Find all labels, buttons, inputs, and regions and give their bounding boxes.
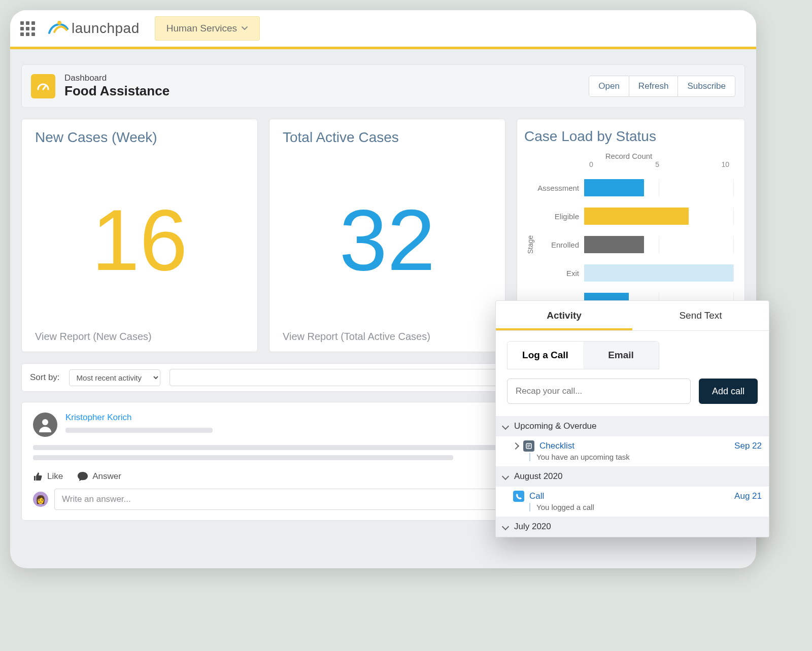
card-value: 16 bbox=[35, 149, 244, 331]
activity-subarea: Log a Call Email Add call bbox=[496, 331, 769, 416]
app-launcher-icon[interactable] bbox=[20, 21, 35, 36]
subtab-log-call[interactable]: Log a Call bbox=[507, 341, 583, 369]
like-label: Like bbox=[47, 471, 63, 482]
card-title: New Cases (Week) bbox=[35, 129, 244, 146]
comment-icon bbox=[77, 471, 88, 482]
chart-tick: 0 bbox=[589, 160, 593, 168]
checklist-icon bbox=[523, 440, 534, 452]
phone-icon bbox=[513, 491, 524, 502]
section-july[interactable]: July 2020 bbox=[496, 517, 769, 537]
chart-row: Enrolled bbox=[524, 230, 733, 259]
card-title: Case Load by Status bbox=[524, 128, 733, 145]
subtab-email[interactable]: Email bbox=[583, 341, 659, 369]
chart-row: Exit bbox=[524, 259, 733, 287]
activity-item-sub: You logged a call bbox=[529, 503, 762, 511]
answer-button[interactable]: Answer bbox=[77, 471, 121, 482]
chart-category-label: Exit bbox=[524, 269, 584, 278]
chart-tick: 10 bbox=[721, 160, 729, 168]
section-title: July 2020 bbox=[514, 522, 551, 532]
tab-activity[interactable]: Activity bbox=[496, 301, 632, 330]
like-button[interactable]: Like bbox=[33, 471, 63, 482]
section-upcoming[interactable]: Upcoming & Overdue bbox=[496, 416, 769, 436]
chart-ticks: 0 5 10 bbox=[589, 160, 729, 168]
chart-category-label: Eligible bbox=[524, 212, 584, 221]
card-total-active: Total Active Cases 32 View Report (Total… bbox=[269, 119, 505, 352]
brand: launchpad bbox=[47, 18, 140, 39]
activity-item-title[interactable]: Call bbox=[529, 491, 544, 501]
chart-bar bbox=[584, 264, 733, 282]
chart-track bbox=[584, 236, 733, 253]
page-header-eyebrow: Dashboard bbox=[64, 73, 170, 83]
chart-area: Stage AssessmentEligibleEnrolledExit bbox=[524, 174, 733, 316]
card-new-cases: New Cases (Week) 16 View Report (New Cas… bbox=[21, 119, 258, 352]
skeleton-line bbox=[65, 428, 213, 433]
activity-top-tabs: Activity Send Text bbox=[496, 301, 769, 330]
chevron-down-icon bbox=[502, 473, 509, 480]
chevron-down-icon bbox=[502, 523, 509, 530]
context-switcher[interactable]: Human Services bbox=[155, 16, 260, 41]
log-call-form: Add call bbox=[507, 379, 758, 404]
activity-panel: Activity Send Text Log a Call Email Add … bbox=[495, 300, 769, 537]
page-title: Food Assistance bbox=[64, 83, 170, 99]
section-title: Upcoming & Overdue bbox=[514, 421, 597, 431]
chart-track bbox=[584, 264, 733, 282]
chart-track bbox=[584, 179, 733, 196]
chart-x-label: Record Count bbox=[524, 152, 733, 160]
view-report-link[interactable]: View Report (Total Active Cases) bbox=[283, 331, 492, 342]
activity-item: Call Aug 21 You logged a call bbox=[496, 487, 769, 517]
thumbs-up-icon bbox=[33, 471, 43, 482]
chart-track bbox=[584, 208, 733, 225]
top-bar: launchpad Human Services bbox=[10, 10, 756, 47]
sort-by-label: Sort by: bbox=[30, 372, 60, 383]
activity-item: Checklist Sep 22 You have an upcoming ta… bbox=[496, 436, 769, 466]
chart-y-label: Stage bbox=[526, 235, 534, 254]
tab-send-text[interactable]: Send Text bbox=[632, 301, 769, 330]
card-value: 32 bbox=[283, 149, 492, 331]
chart-bar bbox=[584, 236, 644, 253]
sort-by-select[interactable]: Most recent activity bbox=[69, 369, 160, 386]
chart-tick: 5 bbox=[655, 160, 659, 168]
avatar-small: 👩 bbox=[33, 492, 48, 507]
accent-divider bbox=[10, 47, 756, 49]
context-switcher-label: Human Services bbox=[166, 23, 237, 34]
page-header-actions: Open Refresh Subscribe bbox=[589, 76, 735, 97]
svg-point-0 bbox=[57, 21, 61, 25]
brand-logo-icon bbox=[47, 18, 69, 39]
card-title: Total Active Cases bbox=[283, 129, 492, 146]
activity-item-date: Sep 22 bbox=[734, 441, 762, 451]
recap-input[interactable] bbox=[507, 379, 691, 404]
activity-subtabs: Log a Call Email bbox=[507, 341, 659, 369]
activity-item-date: Aug 21 bbox=[734, 491, 762, 501]
brand-name: launchpad bbox=[72, 20, 140, 37]
view-report-link[interactable]: View Report (New Cases) bbox=[35, 331, 244, 342]
open-button[interactable]: Open bbox=[589, 76, 629, 97]
section-august[interactable]: August 2020 bbox=[496, 466, 769, 487]
chart-bar bbox=[584, 208, 689, 225]
section-title: August 2020 bbox=[514, 471, 562, 482]
chart-bar bbox=[584, 179, 644, 196]
add-call-button[interactable]: Add call bbox=[699, 379, 758, 404]
activity-item-title[interactable]: Checklist bbox=[539, 441, 574, 451]
chevron-down-icon bbox=[241, 25, 248, 32]
page-header: Dashboard Food Assistance Open Refresh S… bbox=[21, 64, 745, 108]
chevron-right-icon[interactable] bbox=[512, 442, 519, 450]
svg-point-4 bbox=[42, 419, 48, 425]
page-header-meta: Dashboard Food Assistance bbox=[64, 73, 170, 99]
avatar bbox=[33, 413, 57, 437]
answer-label: Answer bbox=[92, 471, 121, 482]
dashboard-icon bbox=[31, 74, 55, 98]
refresh-button[interactable]: Refresh bbox=[629, 76, 678, 97]
chart-category-label: Assessment bbox=[524, 184, 584, 192]
skeleton-line bbox=[33, 455, 453, 460]
person-icon bbox=[38, 417, 53, 432]
subscribe-button[interactable]: Subscribe bbox=[678, 76, 735, 97]
chevron-down-icon bbox=[502, 423, 509, 430]
activity-item-sub: You have an upcoming task bbox=[529, 453, 762, 461]
svg-line-1 bbox=[43, 85, 46, 89]
chart-row: Eligible bbox=[524, 202, 733, 230]
chart-row: Assessment bbox=[524, 174, 733, 202]
